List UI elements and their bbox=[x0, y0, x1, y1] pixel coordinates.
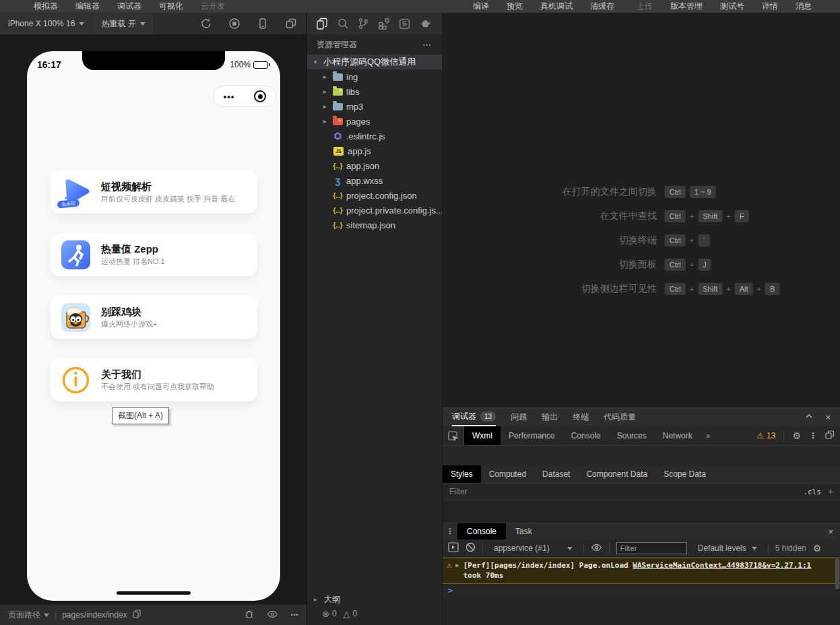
tab-problems[interactable]: 问题 bbox=[511, 408, 527, 426]
scrollbar-thumb[interactable] bbox=[835, 558, 839, 589]
dataset-tab[interactable]: Dataset bbox=[534, 465, 578, 483]
eval-context-icon[interactable] bbox=[448, 542, 459, 554]
context-selector[interactable]: appservice (#1) bbox=[490, 544, 577, 553]
tree-file-privateconfig[interactable]: {..} project.private.config.js... bbox=[307, 203, 442, 218]
undock-button[interactable] bbox=[825, 430, 835, 441]
menu-cloud-dev[interactable]: 云开发 bbox=[201, 1, 225, 12]
record-button[interactable] bbox=[228, 18, 240, 30]
close-drawer-button[interactable]: × bbox=[828, 527, 840, 537]
rotate-device-button[interactable] bbox=[200, 18, 212, 30]
menu-compile[interactable]: 编译 bbox=[473, 1, 489, 12]
devtab-wxml[interactable]: Wxml bbox=[464, 426, 500, 445]
tree-folder-pages[interactable]: ▸ pages bbox=[307, 114, 442, 129]
tree-file-appjson[interactable]: {..} app.json bbox=[307, 158, 442, 173]
inspect-element-button[interactable] bbox=[443, 426, 464, 445]
eye-watch-button[interactable] bbox=[591, 542, 602, 555]
tree-file-sitemap[interactable]: {..} sitemap.json bbox=[307, 218, 442, 232]
more-options-button[interactable]: ⋯ bbox=[290, 610, 298, 620]
console-tab[interactable]: Console bbox=[457, 523, 506, 539]
devtools-settings-button[interactable]: ⚙ bbox=[792, 430, 801, 441]
component-data-tab[interactable]: Component Data bbox=[578, 465, 655, 483]
search-icon[interactable] bbox=[337, 18, 349, 30]
tree-file-eslintrc[interactable]: .eslintrc.js bbox=[307, 129, 442, 143]
more-tabs-button[interactable]: » bbox=[701, 431, 716, 440]
card-zepp[interactable]: 热量值 Zepp 运动热量 排名NO.1 bbox=[51, 233, 257, 276]
clear-console-button[interactable] bbox=[465, 542, 476, 554]
tree-file-projectconfig[interactable]: {..} project.config.json bbox=[307, 188, 442, 203]
tab-code-quality[interactable]: 代码质量 bbox=[604, 408, 636, 426]
menu-test-account[interactable]: 测试号 bbox=[720, 1, 744, 12]
tab-output[interactable]: 输出 bbox=[542, 408, 558, 426]
git-branch-icon[interactable] bbox=[358, 18, 369, 30]
scope-data-tab[interactable]: Scope Data bbox=[655, 465, 714, 483]
styles-tab[interactable]: Styles bbox=[443, 465, 481, 483]
devtab-console[interactable]: Console bbox=[563, 426, 609, 445]
menu-editor[interactable]: 编辑器 bbox=[75, 1, 100, 12]
menu-details[interactable]: 详情 bbox=[762, 1, 778, 12]
phone-view-button[interactable] bbox=[257, 18, 269, 30]
menu-upload[interactable]: 上传 bbox=[637, 1, 653, 12]
menu-version-manage[interactable]: 版本管理 bbox=[670, 1, 703, 12]
devtab-sources[interactable]: Sources bbox=[609, 426, 655, 445]
multi-window-button[interactable] bbox=[285, 18, 297, 30]
computed-tab[interactable]: Computed bbox=[481, 465, 534, 483]
collapse-panel-button[interactable] bbox=[805, 412, 813, 422]
menu-remote-debug[interactable]: 真机调试 bbox=[540, 1, 573, 12]
shortcut-hints: 在打开的文件之间切换 Ctrl 1 ~ 9 在文件中查找 Ctrl+ Shift… bbox=[503, 185, 780, 296]
tab-debugger[interactable]: 调试器 13 bbox=[452, 408, 496, 426]
warning-counter[interactable]: ⚠ 13 bbox=[756, 431, 775, 440]
copy-path-button[interactable] bbox=[133, 610, 141, 620]
device-selector[interactable]: iPhone X 100% 16 bbox=[0, 13, 93, 34]
devtab-performance[interactable]: Performance bbox=[500, 426, 563, 445]
menu-visualize[interactable]: 可视化 bbox=[159, 1, 183, 12]
explorer-more-button[interactable]: ⋯ bbox=[422, 39, 432, 50]
folder-name: mp3 bbox=[346, 102, 363, 112]
outline-section[interactable]: ▸ 大纲 bbox=[307, 593, 442, 606]
close-panel-button[interactable]: × bbox=[825, 412, 831, 422]
styles-filter-input[interactable] bbox=[449, 487, 796, 496]
mock-teapot-icon[interactable] bbox=[419, 19, 432, 29]
console-filter-input[interactable] bbox=[616, 542, 687, 554]
expand-arrow-icon[interactable]: ▶ bbox=[455, 560, 459, 581]
card-chicken-game[interactable]: 别踩鸡块 爆火网络小游戏+ bbox=[51, 296, 257, 339]
tree-file-appwxss[interactable]: ʒ app.wxss bbox=[307, 173, 442, 188]
devtab-network[interactable]: Network bbox=[655, 426, 701, 445]
tree-root-project[interactable]: ▾ 小程序源码QQ微信通用 bbox=[307, 55, 442, 69]
tree-file-appjs[interactable]: JS app.js bbox=[307, 143, 442, 158]
card-subtitle: 目前仅可皮皮虾 皮皮搞笑 快手 抖音 最右 bbox=[101, 193, 235, 204]
new-style-rule-button[interactable]: + bbox=[828, 486, 833, 497]
file-name: app.json bbox=[346, 161, 379, 171]
wxss-file-icon: ʒ bbox=[333, 176, 343, 185]
cls-toggle-button[interactable]: .cls bbox=[803, 488, 821, 496]
source-link[interactable]: WAServiceMainContext…44983718&v=2.27.1:1 bbox=[633, 561, 811, 570]
card-about[interactable]: 关于我们 不会使用 或有问题可点我获取帮助 bbox=[51, 358, 257, 401]
static-server-icon[interactable] bbox=[399, 18, 410, 30]
menu-preview[interactable]: 预览 bbox=[507, 1, 523, 12]
extensions-icon[interactable] bbox=[378, 18, 390, 30]
files-icon[interactable] bbox=[316, 18, 328, 30]
tree-folder-ing[interactable]: ▸ ing bbox=[307, 69, 442, 84]
page-path-selector[interactable]: 页面路径 bbox=[8, 610, 49, 621]
devtools-menu-button[interactable]: ⋮ bbox=[809, 431, 817, 440]
log-levels-selector[interactable]: Default levels bbox=[694, 544, 761, 553]
card-video-parse[interactable]: 去水印 短视频解析 目前仅可皮皮虾 皮皮搞笑 快手 抖音 最右 bbox=[51, 170, 257, 213]
tree-folder-mp3[interactable]: ▸ mp3 bbox=[307, 99, 442, 114]
explorer-header: 资源管理器 ⋯ bbox=[307, 34, 442, 55]
menu-clear-cache[interactable]: 清缓存 bbox=[590, 1, 614, 12]
console-prompt[interactable]: > bbox=[443, 584, 840, 597]
tree-folder-libs[interactable]: ▸ libs bbox=[307, 84, 442, 99]
visibility-button[interactable] bbox=[267, 609, 278, 622]
hidden-messages-count[interactable]: 5 hidden bbox=[775, 544, 806, 553]
console-settings-button[interactable]: ⚙ bbox=[813, 543, 822, 554]
tab-terminal[interactable]: 终端 bbox=[573, 408, 589, 426]
hint-label: 切换终端 bbox=[503, 234, 657, 246]
debug-button[interactable] bbox=[244, 609, 255, 622]
hot-reload-toggle[interactable]: 热重载 开 bbox=[93, 13, 154, 34]
menu-debugger[interactable]: 调试器 bbox=[117, 1, 141, 12]
menu-messages[interactable]: 消息 bbox=[796, 1, 812, 12]
close-minipgm-button[interactable] bbox=[245, 90, 276, 102]
drawer-menu-button[interactable]: ⋮ bbox=[443, 527, 457, 536]
task-tab[interactable]: Task bbox=[506, 523, 542, 539]
menu-simulator[interactable]: 模拟器 bbox=[34, 1, 58, 12]
more-menu-button[interactable]: ••• bbox=[214, 92, 245, 102]
